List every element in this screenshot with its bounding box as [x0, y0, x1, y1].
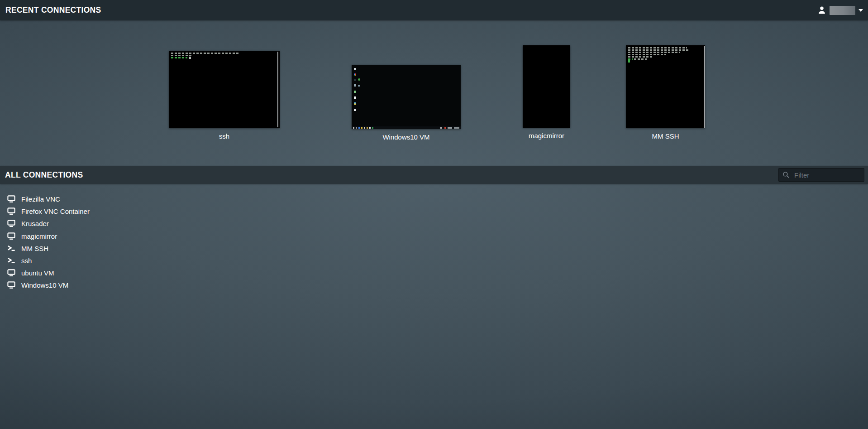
connection-item-ssh[interactable]: ssh: [7, 255, 90, 267]
mm-ssh-thumbnail: [626, 45, 705, 128]
terminal-icon: [7, 257, 15, 265]
connection-item-firefox-vnc-container[interactable]: Firefox VNC Container: [7, 205, 90, 217]
connection-label: Windows10 VM: [21, 281, 68, 289]
username-redacted: [830, 6, 855, 15]
connection-label: ssh: [21, 257, 32, 265]
windows-taskbar: [352, 126, 461, 129]
windows10-vm-thumbnail: [352, 65, 461, 129]
recent-connection-label: MM SSH: [626, 132, 705, 140]
chevron-down-icon: [858, 9, 863, 12]
connection-label: Krusader: [21, 220, 49, 227]
monitor-icon: [7, 207, 15, 215]
user-icon: [817, 5, 826, 15]
connection-item-ubuntu-vm[interactable]: ubuntu VM: [7, 267, 90, 279]
filter-input[interactable]: [793, 171, 860, 179]
connection-item-windows10-vm[interactable]: Windows10 VM: [7, 279, 90, 291]
monitor-icon: [7, 195, 15, 203]
recent-connection-windows10-vm[interactable]: Windows10 VM: [352, 65, 461, 141]
connection-label: ubuntu VM: [21, 269, 54, 277]
recent-connection-label: ssh: [169, 132, 280, 140]
recent-connections-title: RECENT CONNECTIONS: [5, 5, 101, 15]
filter-box[interactable]: [778, 168, 864, 182]
recent-connection-label: Windows10 VM: [352, 133, 461, 141]
connection-item-filezilla-vnc[interactable]: Filezilla VNC: [7, 193, 90, 205]
monitor-icon: [7, 220, 15, 227]
magicmirror-thumbnail: [523, 45, 570, 128]
connection-item-mm-ssh[interactable]: MM SSH: [7, 242, 90, 255]
guacamole-home-page: RECENT CONNECTIONS ssh: [0, 0, 868, 429]
monitor-icon: [7, 232, 15, 240]
search-icon: [782, 171, 790, 178]
connection-item-magicmirror[interactable]: magicmirror: [7, 230, 90, 242]
ssh-thumbnail: [169, 51, 280, 128]
connection-label: magicmirror: [21, 232, 57, 240]
connection-label: Filezilla VNC: [21, 195, 60, 203]
recent-connection-mm-ssh[interactable]: MM SSH: [626, 45, 705, 140]
connection-label: Firefox VNC Container: [21, 207, 90, 215]
all-connections-title: ALL CONNECTIONS: [5, 170, 83, 180]
connection-label: MM SSH: [21, 245, 48, 252]
monitor-icon: [7, 281, 15, 289]
all-connections-header-bar: ALL CONNECTIONS: [0, 166, 868, 184]
monitor-icon: [7, 269, 15, 277]
recent-connection-magicmirror[interactable]: magicmirror: [523, 45, 570, 140]
connection-list: Filezilla VNC Firefox VNC Container Krus…: [7, 193, 90, 292]
user-menu-button[interactable]: [816, 5, 864, 16]
terminal-icon: [7, 245, 15, 252]
recent-connection-ssh[interactable]: ssh: [169, 51, 280, 140]
connection-item-krusader[interactable]: Krusader: [7, 217, 90, 230]
recent-connections-header-bar: RECENT CONNECTIONS: [0, 0, 868, 20]
recent-connection-label: magicmirror: [523, 132, 570, 140]
